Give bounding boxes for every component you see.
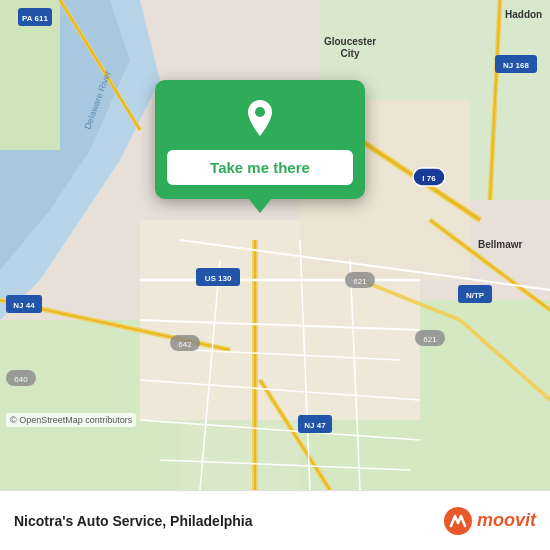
svg-text:Bellmawr: Bellmawr bbox=[478, 239, 523, 250]
moovit-brand-icon bbox=[443, 506, 473, 536]
svg-text:I 76: I 76 bbox=[422, 174, 436, 183]
moovit-brand-text: moovit bbox=[477, 510, 536, 531]
svg-text:US 130: US 130 bbox=[205, 274, 232, 283]
take-me-there-button[interactable]: Take me there bbox=[167, 150, 353, 185]
svg-point-64 bbox=[255, 107, 265, 117]
svg-text:NJ 47: NJ 47 bbox=[304, 421, 326, 430]
svg-text:Gloucester: Gloucester bbox=[324, 36, 376, 47]
svg-text:City: City bbox=[341, 48, 360, 59]
svg-text:621: 621 bbox=[353, 277, 367, 286]
svg-text:N/TP: N/TP bbox=[466, 291, 485, 300]
place-name: Nicotra's Auto Service, Philadelphia bbox=[14, 513, 253, 529]
moovit-logo: moovit bbox=[443, 506, 536, 536]
svg-text:NJ 44: NJ 44 bbox=[13, 301, 35, 310]
svg-text:640: 640 bbox=[14, 375, 28, 384]
location-card: Take me there bbox=[155, 80, 365, 199]
svg-text:NJ 168: NJ 168 bbox=[503, 61, 529, 70]
map-container: Delaware River PA 611 Gloucester City NJ… bbox=[0, 0, 550, 490]
svg-text:Haddon: Haddon bbox=[505, 9, 542, 20]
map-attribution: © OpenStreetMap contributors bbox=[6, 413, 136, 427]
svg-text:642: 642 bbox=[178, 340, 192, 349]
svg-text:PA 611: PA 611 bbox=[22, 14, 48, 23]
location-pin-icon bbox=[238, 96, 282, 140]
bottom-bar: Nicotra's Auto Service, Philadelphia moo… bbox=[0, 490, 550, 550]
svg-text:621: 621 bbox=[423, 335, 437, 344]
